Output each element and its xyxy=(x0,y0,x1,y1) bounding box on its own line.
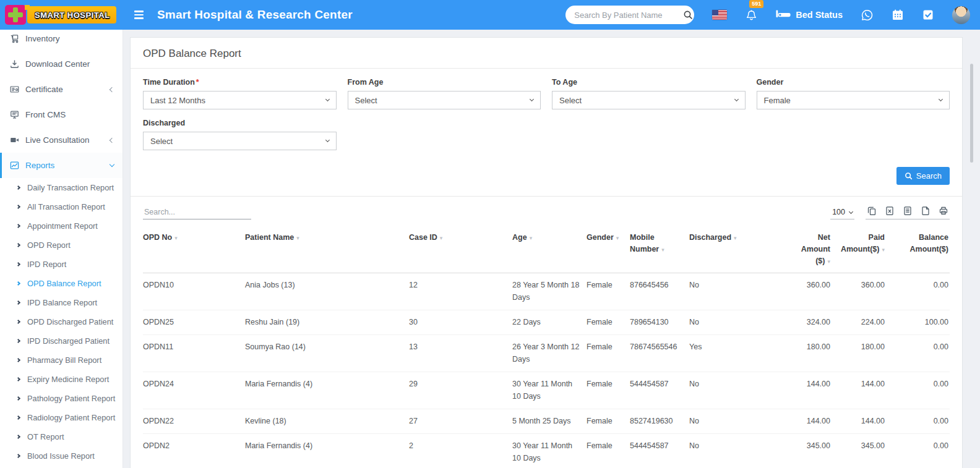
task-check-icon[interactable] xyxy=(922,9,934,21)
sidebar-subitem-pharmacy-bill-report[interactable]: Pharmacy Bill Report xyxy=(0,351,123,370)
sidebar-subitem-all-transaction-report[interactable]: All Transaction Report xyxy=(0,197,123,216)
hamburger-menu-icon[interactable] xyxy=(132,8,146,21)
col-header-opd-no[interactable]: OPD No▾ xyxy=(143,227,245,273)
chevron-down-icon xyxy=(734,97,738,101)
notification-badge: 591 xyxy=(749,0,763,8)
pdf-export-icon[interactable] xyxy=(921,206,931,216)
time-duration-select[interactable]: Last 12 Months xyxy=(143,91,337,109)
cell-net-amount: 144.00 xyxy=(787,409,835,433)
patient-search-box[interactable] xyxy=(565,6,694,24)
cell-case-id: 12 xyxy=(409,273,512,310)
to-age-select[interactable]: Select xyxy=(552,91,746,109)
chevron-down-icon xyxy=(325,138,329,142)
chevron-right-icon xyxy=(16,185,20,190)
brand-logo[interactable]: SMART HOSPITAL xyxy=(0,0,123,30)
chevron-right-icon xyxy=(16,435,20,439)
selected-value: Select xyxy=(355,96,377,105)
sidebar-item-reports[interactable]: Reports xyxy=(0,153,123,178)
selected-value: Female xyxy=(764,96,791,105)
sidebar-subitem-component-issue-report[interactable]: Component Issue Report xyxy=(0,466,123,468)
col-header-balance-amount[interactable]: Balance Amount($) xyxy=(890,227,950,273)
cell-age: 28 Year 5 Month 18 Days xyxy=(512,273,587,310)
sidebar-subitem-ot-report[interactable]: OT Report xyxy=(0,427,123,446)
gender-select[interactable]: Female xyxy=(757,91,950,109)
sidebar-item-label: Inventory xyxy=(25,34,114,43)
sidebar-item-label: Live Consultation xyxy=(25,135,110,145)
col-header-mobile-number[interactable]: Mobile Number▾ xyxy=(630,227,689,273)
video-camera-icon xyxy=(10,135,20,145)
sidebar-item-certificate[interactable]: Certificate xyxy=(0,77,123,102)
table-row: OPDN22 Kevline (18) 27 5 Month 25 Days F… xyxy=(143,409,950,433)
print-icon[interactable] xyxy=(939,206,948,216)
chevron-down-icon xyxy=(325,97,329,101)
sidebar-subitem-radiology-patient-report[interactable]: Radiology Patient Report xyxy=(0,408,123,427)
cell-discharged: No xyxy=(689,310,787,335)
chevron-right-icon xyxy=(16,300,20,305)
cell-balance-amount: 100.00 xyxy=(890,310,950,335)
user-avatar[interactable] xyxy=(952,6,970,24)
selected-value: Last 12 Months xyxy=(150,96,205,105)
sidebar-item-front-cms[interactable]: Front CMS xyxy=(0,102,123,127)
search-button[interactable]: Search xyxy=(896,167,950,185)
scrollbar-thumb[interactable] xyxy=(970,64,973,163)
sidebar-subitem-expiry-medicine-report[interactable]: Expiry Medicine Report xyxy=(0,370,123,389)
sidebar-item-download-center[interactable]: Download Center xyxy=(0,51,123,77)
cell-opd-no: OPDN22 xyxy=(143,409,245,433)
sidebar-subitem-ipd-balance-report[interactable]: IPD Balance Report xyxy=(0,293,123,312)
table-header-row: OPD No▾ Patient Name▾ Case ID▾ Age▾ Gend… xyxy=(143,227,950,273)
whatsapp-icon[interactable] xyxy=(861,9,874,22)
table-row: OPDN11 Soumya Rao (14) 13 26 Year 3 Mont… xyxy=(143,335,950,372)
sidebar-subitem-opd-balance-report[interactable]: OPD Balance Report xyxy=(0,274,123,293)
page-size-select[interactable]: 100 xyxy=(830,208,854,219)
sidebar-subitem-appointment-report[interactable]: Appointment Report xyxy=(0,216,123,236)
cell-net-amount: 345.00 xyxy=(787,434,835,468)
cell-gender: Female xyxy=(587,310,630,335)
report-table: OPD No▾ Patient Name▾ Case ID▾ Age▾ Gend… xyxy=(143,227,950,468)
sidebar-subitem-blood-issue-report[interactable]: Blood Issue Report xyxy=(0,446,123,466)
search-icon[interactable] xyxy=(683,10,693,20)
chevron-down-icon xyxy=(849,209,853,213)
notifications-button[interactable]: 591 xyxy=(745,6,758,25)
filter-label: From Age xyxy=(348,78,541,87)
sidebar-item-live-consultation[interactable]: Live Consultation xyxy=(0,127,123,153)
bed-status-button[interactable]: Bed Status xyxy=(776,9,843,21)
bed-icon xyxy=(776,9,791,21)
chevron-right-icon xyxy=(16,377,20,381)
col-header-net-amount[interactable]: Net Amount ($)▾ xyxy=(787,227,835,273)
calendar-icon[interactable] xyxy=(892,9,904,21)
cell-gender: Female xyxy=(587,335,630,372)
cell-mobile: 544454587 xyxy=(630,372,689,409)
table-row: OPDN10 Ania Jobs (13) 12 28 Year 5 Month… xyxy=(143,273,950,310)
csv-export-icon[interactable] xyxy=(903,206,913,216)
copy-icon[interactable] xyxy=(867,206,877,216)
search-icon xyxy=(905,172,913,180)
sidebar-item-inventory[interactable]: Inventory xyxy=(0,30,123,51)
us-flag-icon[interactable] xyxy=(712,10,727,20)
sidebar-subitem-pathology-patient-report[interactable]: Pathology Patient Report xyxy=(0,389,123,408)
sidebar-subitem-ipd-report[interactable]: IPD Report xyxy=(0,255,123,274)
sort-icon: ▾ xyxy=(296,235,299,241)
page-title: OPD Balance Report xyxy=(131,38,962,69)
patient-search-input[interactable] xyxy=(574,11,683,20)
filter-from-age: From Age Select xyxy=(348,78,541,109)
sidebar-subitem-opd-report[interactable]: OPD Report xyxy=(0,236,123,255)
discharged-select[interactable]: Select xyxy=(143,132,337,150)
sidebar-subitem-opd-discharged-patient[interactable]: OPD Discharged Patient xyxy=(0,312,123,331)
table-search-input[interactable] xyxy=(143,205,251,219)
from-age-select[interactable]: Select xyxy=(348,91,541,109)
cell-case-id: 30 xyxy=(409,310,512,335)
cell-mobile: 544454587 xyxy=(630,434,689,468)
col-header-patient-name[interactable]: Patient Name▾ xyxy=(245,227,409,273)
main-content: OPD Balance Report Time Duration* Last 1… xyxy=(123,30,980,468)
col-header-case-id[interactable]: Case ID▾ xyxy=(409,227,512,273)
chevron-right-icon xyxy=(16,262,20,266)
sidebar-subitem-daily-transaction-report[interactable]: Daily Transaction Report xyxy=(0,178,123,197)
sidebar-subitem-ipd-discharged-patient[interactable]: IPD Discharged Patient xyxy=(0,331,123,351)
col-header-paid-amount[interactable]: Paid Amount($)▾ xyxy=(835,227,890,273)
col-header-gender[interactable]: Gender▾ xyxy=(587,227,630,273)
col-header-age[interactable]: Age▾ xyxy=(512,227,587,273)
sidebar-item-label: Front CMS xyxy=(25,110,114,119)
excel-export-icon[interactable] xyxy=(885,206,895,216)
col-header-discharged[interactable]: Discharged▾ xyxy=(689,227,787,273)
cell-patient-name: Soumya Rao (14) xyxy=(245,335,409,372)
